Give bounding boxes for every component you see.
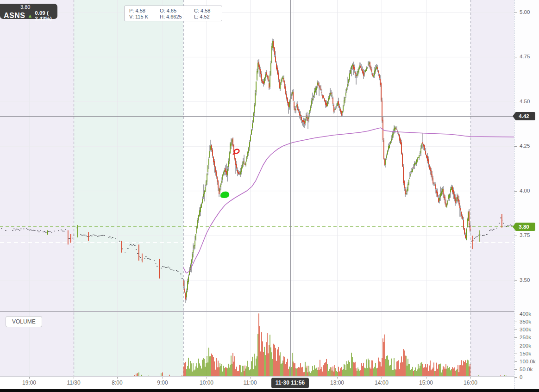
info-low: L: 4.52 [194,14,220,19]
time-axis-label: 11/30 [63,380,84,386]
info-open-prev: P: 4.58 [129,8,160,13]
ohlc-info-box: P: 4.58 O: 4.65 C: 4.58 V: 115 K H: 4.66… [124,6,222,21]
price-axis-label: 4.25 [520,143,530,149]
price-level-lines [0,227,514,243]
price-axis-tick [514,102,517,102]
volume-axis-label: 300k [520,327,531,332]
price-axis-label: 5.00 [520,9,530,15]
volume-axis-label: 350k [520,319,531,324]
gridlines-layer [0,0,514,376]
time-axis-tick [29,377,30,379]
price-axis-label: 4.00 [520,188,530,193]
volume-axis-label: 100.0k [520,359,536,364]
volume-pane-label-button[interactable]: VOLUME [6,316,42,327]
afterhours-marks-layer [471,214,513,376]
crosshair-price-badge: 4.42 [513,112,535,120]
price-axis-tick [514,280,517,281]
price-axis-tick [514,191,517,192]
volume-axis-tick [514,354,517,354]
price-axis-label: 3.50 [520,277,530,283]
time-axis-tick [163,377,163,379]
time-axis-label: 10:00 [196,380,217,386]
time-axis-tick [207,377,207,379]
info-high: H: 4.6625 [160,14,194,19]
buy-marker-icon [220,192,229,198]
time-axis-tick [426,377,426,379]
time-axis-label: 8:00 [107,380,128,386]
volume-axis-tick [514,346,517,346]
volume-axis-label: 200k [520,343,531,348]
price-axis-tick [514,12,517,13]
price-axis-tick [514,236,517,236]
time-axis[interactable]: 11-30 11:56 19:0011/308:009:0010:0011:00… [0,376,539,389]
sell-marker-icon [233,149,239,154]
pane-separator [0,311,514,312]
time-axis-label: 13:00 [326,380,348,386]
ticker-badge: 3.80 ASNS ▲ 0.09 ( 2.43%) [0,4,57,19]
time-axis-label: 11:00 [239,380,261,386]
crosshair-layer [0,0,514,376]
price-axis-tick [514,57,517,57]
time-axis-tick [470,377,471,379]
volume-axis-tick [514,361,517,362]
crosshair-time-badge: 11-30 11:56 [271,378,309,388]
info-close: C: 4.58 [194,8,220,13]
price-axis-label: 4.50 [520,99,530,104]
ticker-change: 0.09 ( 2.43%) [35,10,57,21]
volume-bars-layer [183,313,470,376]
time-axis-tick [250,377,251,379]
time-axis-label: 19:00 [19,380,40,386]
volume-axis-tick [514,337,517,338]
time-axis-label: 15:00 [415,380,437,386]
vwap-line-layer [183,128,514,273]
premarket-marks-layer [1,225,183,376]
time-axis-tick [117,377,118,379]
volume-axis-label: 400k [520,311,531,317]
ticker-symbol: ASNS [4,12,25,20]
volume-axis-tick [514,330,517,330]
time-axis-tick [337,377,338,379]
volume-axis-label: 250k [520,335,531,340]
volume-axis-tick [514,369,517,370]
up-arrow-icon: ▲ [27,13,32,19]
price-axis[interactable]: 4.42 3.80 5.004.754.504.254.003.753.5040… [514,0,539,389]
volume-axis-label: 150k [520,351,531,356]
time-axis-label: 14:00 [371,380,392,386]
volume-axis-label: 50.0k [520,367,533,372]
candlestick-chart-canvas[interactable] [0,0,514,376]
time-axis-label: 16:00 [460,380,481,386]
price-axis-label: 3.75 [520,232,530,238]
last-price-badge: 3.80 [513,223,535,231]
time-axis-tick [74,377,74,379]
price-axis-label: 4.75 [520,54,530,59]
bottom-bar [0,389,539,392]
time-axis-label: 9:00 [152,380,173,386]
volume-axis-tick [514,377,517,378]
time-axis-tick [382,377,382,379]
info-open: O: 4.65 [160,8,194,13]
price-axis-tick [514,146,517,147]
info-volume: V: 115 K [129,14,160,19]
volume-axis-tick [514,322,517,322]
trading-chart-app: 3.80 ASNS ▲ 0.09 ( 2.43%) P: 4.58 O: 4.6… [0,0,539,392]
volume-axis-tick [514,314,517,314]
vwap-line [183,128,514,273]
volume-axis-label: 0 [520,374,522,380]
ticker-last-price: 3.80 [20,5,57,10]
candles-layer [183,38,470,303]
